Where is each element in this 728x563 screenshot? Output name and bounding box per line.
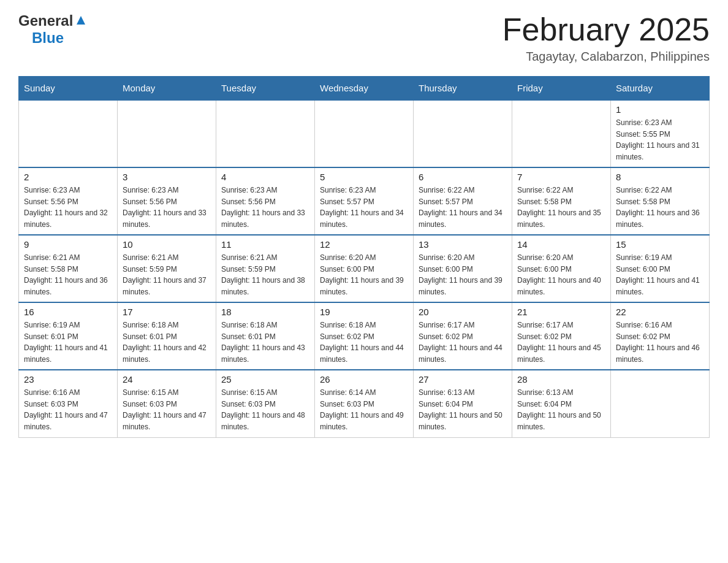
day-number: 26 bbox=[320, 374, 408, 385]
calendar-cell bbox=[414, 100, 512, 167]
column-header-tuesday: Tuesday bbox=[216, 77, 315, 101]
calendar-cell: 22Sunrise: 6:16 AM Sunset: 6:02 PM Dayli… bbox=[611, 302, 710, 370]
calendar-cell: 24Sunrise: 6:15 AM Sunset: 6:03 PM Dayli… bbox=[118, 370, 216, 437]
day-number: 15 bbox=[616, 239, 704, 250]
day-info: Sunrise: 6:22 AM Sunset: 5:58 PM Dayligh… bbox=[517, 185, 605, 230]
calendar-cell: 5Sunrise: 6:23 AM Sunset: 5:57 PM Daylig… bbox=[315, 167, 414, 235]
calendar-cell: 27Sunrise: 6:13 AM Sunset: 6:04 PM Dayli… bbox=[414, 370, 512, 437]
calendar-cell: 19Sunrise: 6:18 AM Sunset: 6:02 PM Dayli… bbox=[315, 302, 414, 370]
day-info: Sunrise: 6:14 AM Sunset: 6:03 PM Dayligh… bbox=[320, 387, 408, 432]
logo-blue-text: Blue bbox=[32, 29, 64, 47]
calendar-week-5: 23Sunrise: 6:16 AM Sunset: 6:03 PM Dayli… bbox=[19, 370, 710, 437]
calendar-cell bbox=[19, 100, 118, 167]
day-info: Sunrise: 6:23 AM Sunset: 5:56 PM Dayligh… bbox=[24, 185, 112, 230]
day-number: 11 bbox=[221, 239, 309, 250]
day-number: 14 bbox=[517, 239, 605, 250]
day-info: Sunrise: 6:22 AM Sunset: 5:57 PM Dayligh… bbox=[419, 185, 507, 230]
day-number: 9 bbox=[24, 239, 112, 250]
svg-marker-0 bbox=[77, 16, 85, 25]
day-info: Sunrise: 6:21 AM Sunset: 5:58 PM Dayligh… bbox=[24, 252, 112, 297]
title-block: February 2025 Tagaytay, Calabarzon, Phil… bbox=[502, 12, 710, 64]
calendar-cell: 16Sunrise: 6:19 AM Sunset: 6:01 PM Dayli… bbox=[19, 302, 118, 370]
day-number: 18 bbox=[221, 307, 309, 317]
logo: General Blue bbox=[18, 12, 88, 47]
day-number: 3 bbox=[123, 172, 211, 182]
day-number: 22 bbox=[616, 307, 704, 317]
day-number: 19 bbox=[320, 307, 408, 317]
calendar-cell: 3Sunrise: 6:23 AM Sunset: 5:56 PM Daylig… bbox=[118, 167, 216, 235]
day-info: Sunrise: 6:22 AM Sunset: 5:58 PM Dayligh… bbox=[616, 185, 704, 230]
calendar-cell: 25Sunrise: 6:15 AM Sunset: 6:03 PM Dayli… bbox=[216, 370, 315, 437]
calendar-week-1: 1Sunrise: 6:23 AM Sunset: 5:55 PM Daylig… bbox=[19, 100, 710, 167]
day-number: 23 bbox=[24, 374, 112, 385]
day-number: 1 bbox=[616, 104, 704, 115]
location-title: Tagaytay, Calabarzon, Philippines bbox=[502, 50, 710, 64]
calendar-cell bbox=[611, 370, 710, 437]
column-header-monday: Monday bbox=[118, 77, 216, 101]
day-number: 20 bbox=[419, 307, 507, 317]
calendar-cell: 10Sunrise: 6:21 AM Sunset: 5:59 PM Dayli… bbox=[118, 235, 216, 302]
calendar-header-row: SundayMondayTuesdayWednesdayThursdayFrid… bbox=[19, 77, 710, 101]
day-info: Sunrise: 6:23 AM Sunset: 5:56 PM Dayligh… bbox=[123, 185, 211, 230]
calendar-week-3: 9Sunrise: 6:21 AM Sunset: 5:58 PM Daylig… bbox=[19, 235, 710, 302]
calendar-cell: 20Sunrise: 6:17 AM Sunset: 6:02 PM Dayli… bbox=[414, 302, 512, 370]
day-info: Sunrise: 6:20 AM Sunset: 6:00 PM Dayligh… bbox=[320, 252, 408, 297]
day-number: 28 bbox=[517, 374, 605, 385]
calendar-cell: 15Sunrise: 6:19 AM Sunset: 6:00 PM Dayli… bbox=[611, 235, 710, 302]
day-number: 25 bbox=[221, 374, 309, 385]
day-info: Sunrise: 6:20 AM Sunset: 6:00 PM Dayligh… bbox=[517, 252, 605, 297]
day-info: Sunrise: 6:16 AM Sunset: 6:02 PM Dayligh… bbox=[616, 320, 704, 365]
day-info: Sunrise: 6:19 AM Sunset: 6:00 PM Dayligh… bbox=[616, 252, 704, 297]
day-info: Sunrise: 6:13 AM Sunset: 6:04 PM Dayligh… bbox=[419, 387, 507, 432]
column-header-friday: Friday bbox=[512, 77, 611, 101]
day-number: 2 bbox=[24, 172, 112, 182]
day-info: Sunrise: 6:15 AM Sunset: 6:03 PM Dayligh… bbox=[221, 387, 309, 432]
page-header: General Blue February 2025 Tagaytay, Cal… bbox=[18, 12, 710, 64]
day-info: Sunrise: 6:17 AM Sunset: 6:02 PM Dayligh… bbox=[419, 320, 507, 365]
day-number: 10 bbox=[123, 239, 211, 250]
day-number: 4 bbox=[221, 172, 309, 182]
day-number: 21 bbox=[517, 307, 605, 317]
day-info: Sunrise: 6:21 AM Sunset: 5:59 PM Dayligh… bbox=[123, 252, 211, 297]
calendar-table: SundayMondayTuesdayWednesdayThursdayFrid… bbox=[18, 76, 710, 438]
column-header-saturday: Saturday bbox=[611, 77, 710, 101]
calendar-cell: 8Sunrise: 6:22 AM Sunset: 5:58 PM Daylig… bbox=[611, 167, 710, 235]
month-title: February 2025 bbox=[502, 12, 710, 47]
calendar-cell: 12Sunrise: 6:20 AM Sunset: 6:00 PM Dayli… bbox=[315, 235, 414, 302]
column-header-sunday: Sunday bbox=[19, 77, 118, 101]
day-number: 13 bbox=[419, 239, 507, 250]
calendar-week-2: 2Sunrise: 6:23 AM Sunset: 5:56 PM Daylig… bbox=[19, 167, 710, 235]
calendar-cell: 9Sunrise: 6:21 AM Sunset: 5:58 PM Daylig… bbox=[19, 235, 118, 302]
calendar-cell: 1Sunrise: 6:23 AM Sunset: 5:55 PM Daylig… bbox=[611, 100, 710, 167]
day-info: Sunrise: 6:15 AM Sunset: 6:03 PM Dayligh… bbox=[123, 387, 211, 432]
day-number: 16 bbox=[24, 307, 112, 317]
calendar-cell: 13Sunrise: 6:20 AM Sunset: 6:00 PM Dayli… bbox=[414, 235, 512, 302]
day-number: 8 bbox=[616, 172, 704, 182]
day-info: Sunrise: 6:23 AM Sunset: 5:55 PM Dayligh… bbox=[616, 117, 704, 163]
day-info: Sunrise: 6:13 AM Sunset: 6:04 PM Dayligh… bbox=[517, 387, 605, 432]
day-info: Sunrise: 6:16 AM Sunset: 6:03 PM Dayligh… bbox=[24, 387, 112, 432]
column-header-wednesday: Wednesday bbox=[315, 77, 414, 101]
day-number: 7 bbox=[517, 172, 605, 182]
calendar-cell: 4Sunrise: 6:23 AM Sunset: 5:56 PM Daylig… bbox=[216, 167, 315, 235]
calendar-cell: 6Sunrise: 6:22 AM Sunset: 5:57 PM Daylig… bbox=[414, 167, 512, 235]
calendar-cell: 14Sunrise: 6:20 AM Sunset: 6:00 PM Dayli… bbox=[512, 235, 611, 302]
calendar-cell: 26Sunrise: 6:14 AM Sunset: 6:03 PM Dayli… bbox=[315, 370, 414, 437]
day-number: 6 bbox=[419, 172, 507, 182]
day-number: 12 bbox=[320, 239, 408, 250]
day-info: Sunrise: 6:23 AM Sunset: 5:57 PM Dayligh… bbox=[320, 185, 408, 230]
day-number: 24 bbox=[123, 374, 211, 385]
day-info: Sunrise: 6:18 AM Sunset: 6:02 PM Dayligh… bbox=[320, 320, 408, 365]
calendar-cell: 7Sunrise: 6:22 AM Sunset: 5:58 PM Daylig… bbox=[512, 167, 611, 235]
day-number: 5 bbox=[320, 172, 408, 182]
calendar-cell: 2Sunrise: 6:23 AM Sunset: 5:56 PM Daylig… bbox=[19, 167, 118, 235]
calendar-cell: 23Sunrise: 6:16 AM Sunset: 6:03 PM Dayli… bbox=[19, 370, 118, 437]
day-info: Sunrise: 6:18 AM Sunset: 6:01 PM Dayligh… bbox=[221, 320, 309, 365]
day-number: 17 bbox=[123, 307, 211, 317]
day-info: Sunrise: 6:19 AM Sunset: 6:01 PM Dayligh… bbox=[24, 320, 112, 365]
calendar-cell bbox=[512, 100, 611, 167]
calendar-cell: 28Sunrise: 6:13 AM Sunset: 6:04 PM Dayli… bbox=[512, 370, 611, 437]
day-info: Sunrise: 6:17 AM Sunset: 6:02 PM Dayligh… bbox=[517, 320, 605, 365]
calendar-cell: 17Sunrise: 6:18 AM Sunset: 6:01 PM Dayli… bbox=[118, 302, 216, 370]
calendar-week-4: 16Sunrise: 6:19 AM Sunset: 6:01 PM Dayli… bbox=[19, 302, 710, 370]
